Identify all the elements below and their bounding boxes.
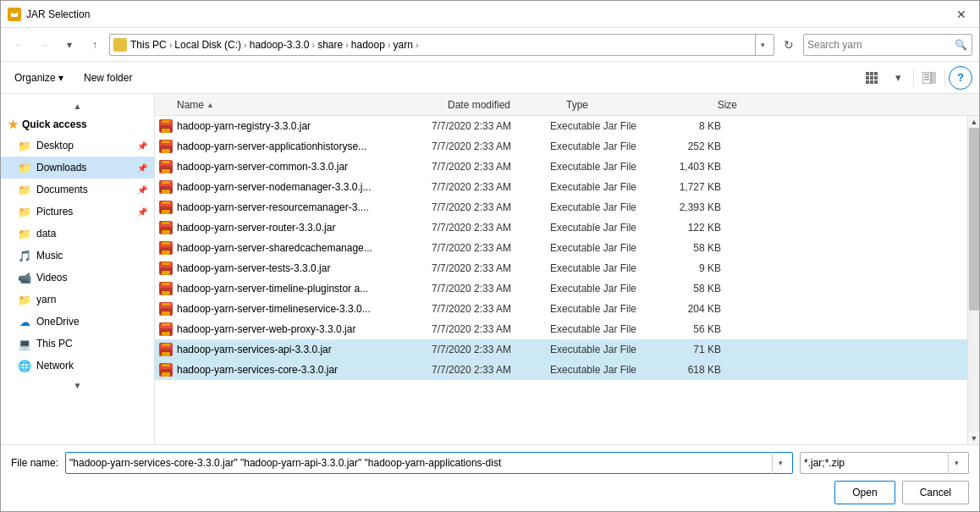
sidebar-item-documents[interactable]: 📁 Documents 📌: [1, 179, 154, 201]
file-size: 1,727 KB: [660, 181, 728, 193]
svg-rect-6: [866, 76, 869, 80]
quick-access-header: ★ Quick access: [1, 114, 154, 135]
table-row[interactable]: hadoop-yarn-registry-3.3.0.jar 7/7/2020 …: [155, 116, 967, 136]
table-row[interactable]: hadoop-yarn-server-common-3.3.0.jar 7/7/…: [155, 157, 967, 177]
sidebar-scroll-down[interactable]: ▼: [1, 377, 154, 394]
sort-arrow-icon: ▲: [206, 101, 214, 109]
table-row[interactable]: hadoop-yarn-server-nodemanager-3.3.0.j..…: [155, 177, 967, 197]
table-row[interactable]: hadoop-yarn-server-tests-3.3.0.jar 7/7/2…: [155, 258, 967, 278]
open-button[interactable]: Open: [834, 481, 895, 504]
table-row[interactable]: hadoop-yarn-server-applicationhistoryse.…: [155, 136, 967, 157]
file-date: 7/7/2020 2:33 AM: [432, 120, 550, 132]
cancel-button[interactable]: Cancel: [902, 481, 969, 504]
back-button[interactable]: ←: [8, 34, 30, 56]
forward-button[interactable]: →: [33, 34, 55, 56]
file-size: 1,403 KB: [660, 161, 728, 173]
file-size: 56 KB: [660, 323, 728, 335]
new-folder-button[interactable]: New folder: [77, 67, 139, 89]
pin-icon: 📌: [137, 207, 147, 217]
dropdown-nav-button[interactable]: ▾: [58, 34, 80, 56]
svg-rect-35: [162, 201, 170, 204]
breadcrumb-hadoop2[interactable]: hadoop: [351, 39, 385, 51]
sidebar-item-videos[interactable]: 📹 Videos: [1, 267, 154, 289]
file-icon: [158, 240, 173, 256]
svg-rect-44: [160, 250, 172, 253]
sidebar-item-downloads[interactable]: 📁 Downloads 📌: [1, 157, 154, 179]
file-icon: [158, 281, 173, 296]
filetype-select[interactable]: *.jar;*.zip ▾: [800, 452, 969, 474]
svg-rect-23: [162, 140, 170, 143]
file-name: hadoop-yarn-registry-3.3.0.jar: [173, 120, 432, 132]
table-row[interactable]: hadoop-yarn-server-web-proxy-3.3.0.jar 7…: [155, 319, 967, 339]
table-row[interactable]: hadoop-yarn-services-core-3.3.0.jar 7/7/…: [155, 360, 967, 380]
svg-rect-47: [162, 262, 170, 265]
col-header-name[interactable]: Name ▲: [173, 94, 444, 115]
music-folder-icon: 🎵: [18, 249, 31, 262]
folder-icon: 📁: [18, 139, 31, 152]
organize-button[interactable]: Organize ▾: [8, 67, 70, 89]
table-row[interactable]: hadoop-yarn-server-router-3.3.0.jar 7/7/…: [155, 217, 967, 238]
table-row[interactable]: hadoop-yarn-services-api-3.3.0.jar 7/7/2…: [155, 339, 967, 360]
sidebar-scroll-up[interactable]: ▲: [1, 97, 154, 114]
file-size: 252 KB: [660, 140, 728, 152]
filetype-dropdown-button[interactable]: ▾: [948, 452, 965, 474]
sidebar-item-onedrive[interactable]: ☁ OneDrive: [1, 311, 154, 333]
file-name: hadoop-yarn-services-core-3.3.0.jar: [173, 364, 432, 376]
table-row[interactable]: hadoop-yarn-server-timelineservice-3.3.0…: [155, 299, 967, 319]
refresh-button[interactable]: ↻: [778, 34, 800, 56]
sidebar-item-yarn[interactable]: 📁 yarn: [1, 289, 154, 311]
breadcrumb-local-disk[interactable]: Local Disk (C:): [174, 39, 241, 51]
filetype-value: *.jar;*.zip: [804, 457, 948, 469]
table-row[interactable]: hadoop-yarn-server-sharedcachemanage... …: [155, 238, 967, 258]
sidebar-item-music[interactable]: 🎵 Music: [1, 245, 154, 267]
sidebar-item-this-pc[interactable]: 💻 This PC: [1, 333, 154, 355]
col-header-date[interactable]: Date modified: [444, 94, 563, 115]
sidebar-item-desktop[interactable]: 📁 Desktop 📌: [1, 135, 154, 157]
preview-pane-button[interactable]: [917, 66, 941, 90]
vertical-scrollbar[interactable]: ▲ ▼: [967, 116, 979, 444]
sidebar-item-pictures[interactable]: 📁 Pictures 📌: [1, 201, 154, 223]
file-date: 7/7/2020 2:33 AM: [432, 262, 550, 274]
filename-dropdown-button[interactable]: ▾: [772, 452, 789, 474]
breadcrumb-share[interactable]: share: [317, 39, 343, 51]
search-bar[interactable]: 🔍: [803, 34, 972, 56]
address-dropdown-button[interactable]: ▾: [755, 34, 770, 56]
up-button[interactable]: ↑: [84, 34, 106, 56]
breadcrumb-this-pc[interactable]: This PC: [130, 39, 167, 51]
view-list-button[interactable]: [861, 66, 884, 90]
search-icon[interactable]: 🔍: [955, 37, 968, 52]
navigation-toolbar: ← → ▾ ↑ This PC › Local Disk (C:) › hado…: [1, 28, 979, 62]
breadcrumbs: This PC › Local Disk (C:) › hadoop-3.3.0…: [130, 39, 755, 51]
scroll-down-arrow[interactable]: ▼: [968, 432, 979, 444]
address-bar[interactable]: This PC › Local Disk (C:) › hadoop-3.3.0…: [109, 34, 774, 56]
breadcrumb-hadoop[interactable]: hadoop-3.3.0: [250, 39, 310, 51]
scroll-track[interactable]: [968, 128, 979, 432]
search-input[interactable]: [807, 39, 955, 51]
svg-rect-4: [870, 72, 873, 75]
scroll-thumb[interactable]: [969, 128, 979, 311]
help-button[interactable]: ?: [949, 66, 972, 90]
jar-file-icon: [159, 140, 173, 153]
table-row[interactable]: hadoop-yarn-server-resourcemanager-3....…: [155, 197, 967, 217]
sidebar-item-network[interactable]: 🌐 Network: [1, 355, 154, 377]
file-name: hadoop-yarn-server-nodemanager-3.3.0.j..…: [173, 181, 432, 193]
filename-label: File name:: [11, 457, 58, 469]
jar-file-icon: [159, 302, 173, 316]
svg-rect-13: [932, 72, 936, 84]
filename-input[interactable]: [69, 457, 772, 469]
close-button[interactable]: ✕: [950, 3, 972, 25]
breadcrumb-yarn[interactable]: yarn: [394, 39, 413, 51]
svg-rect-7: [870, 76, 873, 80]
scroll-up-arrow[interactable]: ▲: [968, 116, 979, 128]
sidebar-item-data[interactable]: 📁 data: [1, 223, 154, 245]
filename-input-container[interactable]: ▾: [65, 452, 793, 474]
svg-rect-24: [160, 148, 172, 151]
file-date: 7/7/2020 2:33 AM: [432, 181, 550, 193]
col-header-size[interactable]: Size: [673, 94, 741, 115]
file-type: Executable Jar File: [550, 262, 660, 274]
view-dropdown-button[interactable]: ▾: [886, 66, 910, 90]
table-row[interactable]: hadoop-yarn-server-timeline-pluginstor a…: [155, 278, 967, 299]
col-header-type[interactable]: Type: [563, 94, 673, 115]
file-icon: [158, 362, 173, 377]
jar-file-icon: [159, 241, 173, 255]
